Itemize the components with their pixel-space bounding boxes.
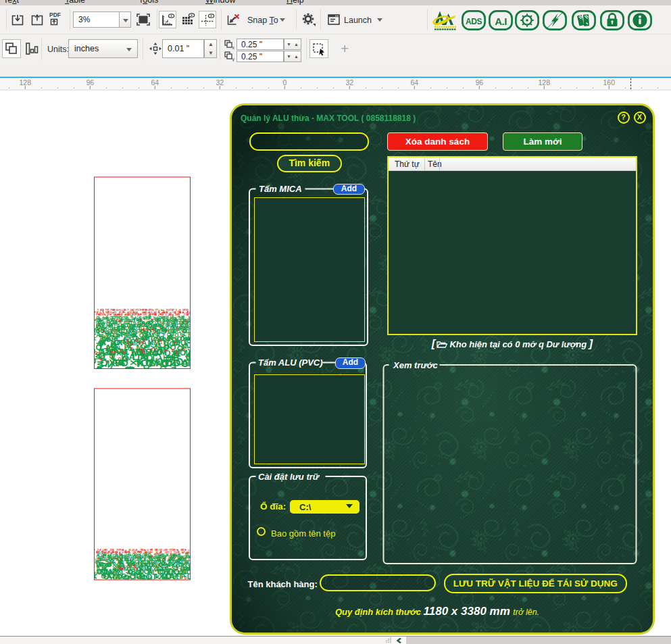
- svg-text:O: O: [119, 567, 122, 570]
- svg-text:T: T: [176, 567, 178, 570]
- svg-text:L: L: [171, 365, 176, 375]
- svg-text:L: L: [187, 572, 192, 580]
- svg-text:A: A: [181, 330, 184, 332]
- svg-text:T: T: [160, 341, 162, 344]
- svg-text:O: O: [114, 351, 116, 355]
- svg-text:X: X: [151, 555, 153, 558]
- svg-text:M: M: [118, 320, 120, 322]
- svg-text:O: O: [116, 318, 118, 321]
- svg-text:M: M: [166, 578, 172, 585]
- svg-text:O: O: [88, 357, 98, 364]
- svg-text:A: A: [110, 578, 116, 586]
- svg-text:O: O: [129, 565, 132, 568]
- svg-text:A: A: [166, 330, 168, 333]
- svg-text:O: O: [187, 318, 189, 321]
- svg-text:O: O: [90, 579, 95, 587]
- svg-text:O: O: [168, 558, 171, 560]
- svg-text:T: T: [186, 357, 192, 368]
- svg-text:O: O: [95, 351, 97, 355]
- svg-text:O: O: [175, 351, 178, 355]
- svg-text:O: O: [149, 349, 153, 351]
- svg-text:X: X: [98, 557, 100, 560]
- svg-text:O: O: [144, 318, 146, 321]
- svg-text:T: T: [151, 339, 153, 342]
- svg-text:X: X: [90, 336, 97, 341]
- svg-text:X: X: [94, 578, 99, 586]
- svg-text:A: A: [149, 357, 155, 367]
- svg-text:O: O: [124, 309, 127, 311]
- svg-text:T: T: [164, 349, 168, 351]
- svg-text:O: O: [95, 318, 97, 321]
- svg-text:A: A: [102, 330, 105, 332]
- svg-text:X: X: [128, 360, 139, 366]
- svg-text:O: O: [120, 558, 123, 560]
- svg-text:O: O: [143, 339, 145, 342]
- svg-text:O: O: [175, 577, 180, 585]
- svg-text:X: X: [134, 568, 138, 570]
- svg-text:T: T: [137, 339, 139, 342]
- svg-text:O: O: [151, 549, 153, 551]
- svg-text:O: O: [136, 330, 139, 333]
- svg-text:O: O: [128, 578, 136, 583]
- svg-text:O: O: [182, 348, 185, 352]
- svg-text:M: M: [140, 318, 142, 321]
- svg-text:M: M: [109, 351, 114, 354]
- svg-text:X: X: [127, 341, 129, 344]
- svg-text:O: O: [183, 557, 185, 560]
- svg-text:O: O: [130, 320, 132, 322]
- svg-text:A: A: [101, 572, 108, 578]
- svg-text:O: O: [119, 330, 122, 332]
- svg-text:L: L: [101, 558, 105, 561]
- svg-text:O: O: [122, 351, 125, 355]
- svg-text:A: A: [117, 359, 127, 366]
- svg-text:O: O: [124, 565, 128, 568]
- svg-text:O: O: [157, 557, 159, 560]
- svg-text:X: X: [173, 555, 176, 558]
